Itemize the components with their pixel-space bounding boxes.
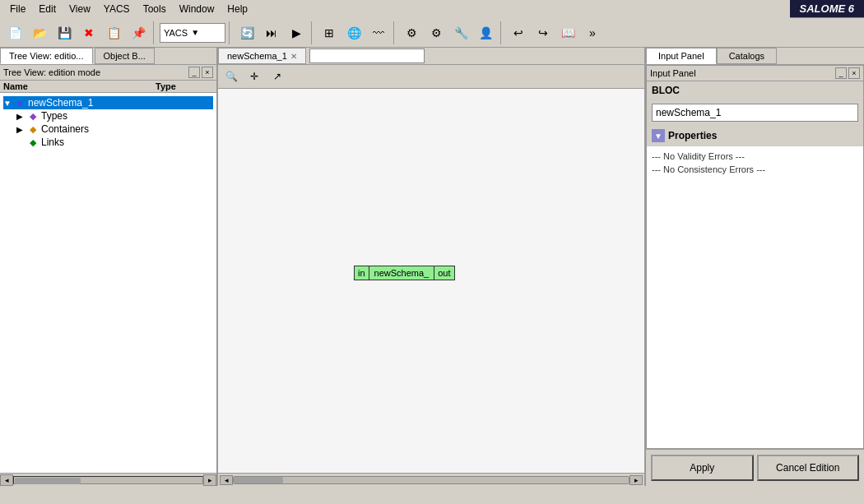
toolbar-globe[interactable]: 🌐 [342, 21, 365, 44]
toolbar-open[interactable]: 📂 [28, 21, 51, 44]
node-in-port: in [355, 266, 369, 280]
menu-view[interactable]: View [63, 2, 97, 16]
toolbar-redo[interactable]: ↪ [532, 21, 555, 44]
toolbar-new[interactable]: 📄 [3, 21, 26, 44]
apply-button[interactable]: Apply [651, 455, 754, 481]
node-label: newSchema_ [369, 266, 434, 280]
menu-file[interactable]: File [3, 2, 32, 16]
toolbar-save[interactable]: 💾 [53, 21, 76, 44]
yacs-dropdown[interactable]: YACS ▼ [160, 23, 225, 43]
scroll-left[interactable]: ◂ [0, 474, 13, 486]
inner-minimize[interactable]: _ [835, 67, 847, 79]
menu-tools[interactable]: Tools [137, 2, 173, 16]
toolbar-step[interactable]: ⏭ [260, 21, 283, 44]
canvas-area[interactable]: in newSchema_ out [218, 89, 644, 473]
properties-content: --- No Validity Errors --- --- No Consis… [647, 146, 863, 448]
toolbar-run[interactable]: ▶ [285, 21, 308, 44]
toolbar-sep2 [229, 21, 232, 44]
toolbar-paste[interactable]: 📌 [127, 21, 150, 44]
tab-input-panel[interactable]: Input Panel [646, 48, 717, 64]
toolbar-sep4 [393, 21, 397, 44]
expand-types[interactable]: ▶ [16, 112, 26, 121]
right-inner-header: Input Panel _ × [647, 66, 863, 81]
scroll-thumb[interactable] [15, 478, 81, 484]
inner-close[interactable]: × [848, 67, 860, 79]
node-out-port: out [434, 266, 453, 280]
hscroll-thumb[interactable] [234, 477, 283, 483]
tree-content: ▼ ■ newSchema_1 ▶ ◆ Types ▶ ◆ Containers… [0, 93, 216, 473]
toolbar-copy[interactable]: 📋 [102, 21, 125, 44]
menu-help[interactable]: Help [221, 2, 254, 16]
center-tabs: newSchema_1 ✕ [218, 48, 644, 65]
menu-yacs[interactable]: YACS [97, 2, 137, 16]
links-icon: ◆ [26, 137, 39, 147]
tab-catalogs[interactable]: Catalogs [717, 48, 777, 64]
schema-icon: ■ [13, 98, 26, 108]
canvas-select-btn[interactable]: ↗ [267, 67, 287, 86]
tree-columns: Name Type [0, 81, 216, 93]
toolbar-refresh[interactable]: 🔄 [235, 21, 258, 44]
hscroll-left[interactable]: ◂ [220, 475, 233, 485]
col-name-header: Name [3, 81, 156, 91]
menu-edit[interactable]: Edit [32, 2, 63, 16]
tree-minimize[interactable]: _ [188, 67, 200, 78]
menu-window[interactable]: Window [173, 2, 221, 16]
types-label: Types [41, 110, 67, 122]
tree-header-label: Tree View: edition mode [3, 67, 100, 77]
toolbar-sep5 [500, 21, 504, 44]
right-inner-panel: Input Panel _ × BLOC ▼ Properties --- No… [646, 65, 864, 449]
left-panel-tabs: Tree View: editio... Object B... [0, 48, 216, 65]
dropdown-arrow: ▼ [191, 28, 199, 37]
toolbar-sep3 [311, 21, 314, 44]
bloc-name-input[interactable] [652, 104, 858, 122]
app-title: SALOME 6 [790, 0, 864, 17]
center-tab-schema[interactable]: newSchema_1 ✕ [218, 48, 306, 64]
properties-arrow-icon[interactable]: ▼ [652, 129, 665, 142]
right-inner-title: Input Panel [650, 68, 696, 78]
canvas-zoom-btn[interactable]: 🔍 [221, 67, 241, 86]
center-search-input[interactable] [309, 49, 425, 63]
tab-object-browser[interactable]: Object B... [95, 48, 155, 64]
tree-header: Tree View: edition mode _ × [0, 65, 216, 81]
validity-text: --- No Validity Errors --- [652, 151, 858, 161]
containers-label: Containers [41, 123, 89, 135]
tree-item-schema[interactable]: ▼ ■ newSchema_1 [3, 96, 213, 109]
expand-schema[interactable]: ▼ [3, 99, 13, 108]
properties-label: Properties [668, 130, 717, 141]
toolbar-b3[interactable]: 🔧 [449, 21, 472, 44]
canvas-hscrollbar[interactable]: ◂ ▸ [218, 473, 644, 486]
right-panel-tabs: Input Panel Catalogs [646, 48, 864, 65]
scroll-track[interactable] [13, 476, 203, 484]
properties-header: ▼ Properties [647, 125, 863, 146]
tab-tree-view[interactable]: Tree View: editio... [0, 48, 93, 64]
toolbar-b4[interactable]: 👤 [474, 21, 497, 44]
tree-item-links[interactable]: ▶ ◆ Links [16, 136, 213, 149]
tree-item-types[interactable]: ▶ ◆ Types [16, 109, 213, 123]
tree-item-containers[interactable]: ▶ ◆ Containers [16, 123, 213, 136]
containers-icon: ◆ [26, 124, 39, 134]
toolbar-b1[interactable]: ⚙ [400, 21, 423, 44]
toolbar-undo[interactable]: ↩ [507, 21, 530, 44]
hscroll-track[interactable] [233, 476, 629, 484]
toolbar: 📄 📂 💾 ✖ 📋 📌 YACS ▼ 🔄 ⏭ ▶ ⊞ 🌐 〰 ⚙ ⚙ 🔧 👤 ↩… [0, 18, 864, 48]
cancel-button[interactable]: Cancel Edition [757, 455, 860, 481]
toolbar-sep1 [153, 21, 156, 44]
center-tab-close[interactable]: ✕ [290, 52, 297, 61]
hscroll-right[interactable]: ▸ [629, 475, 643, 485]
toolbar-close[interactable]: ✖ [77, 21, 100, 44]
schema-node[interactable]: in newSchema_ out [354, 266, 455, 280]
col-type-header: Type [156, 81, 213, 91]
toolbar-b2[interactable]: ⚙ [425, 21, 448, 44]
toolbar-grid[interactable]: ⊞ [318, 21, 341, 44]
scroll-right[interactable]: ▸ [203, 474, 216, 486]
bloc-label: BLOC [647, 81, 863, 100]
canvas-move-btn[interactable]: ✛ [244, 67, 264, 86]
expand-containers[interactable]: ▶ [16, 125, 26, 134]
tree-close[interactable]: × [202, 67, 213, 78]
toolbar-wave[interactable]: 〰 [367, 21, 390, 44]
right-footer: Apply Cancel Edition [646, 449, 864, 486]
toolbar-more[interactable]: » [581, 21, 604, 44]
toolbar-help[interactable]: 📖 [556, 21, 579, 44]
left-scrollbar[interactable]: ◂ ▸ [0, 473, 216, 486]
center-tab-label: newSchema_1 [227, 51, 287, 61]
